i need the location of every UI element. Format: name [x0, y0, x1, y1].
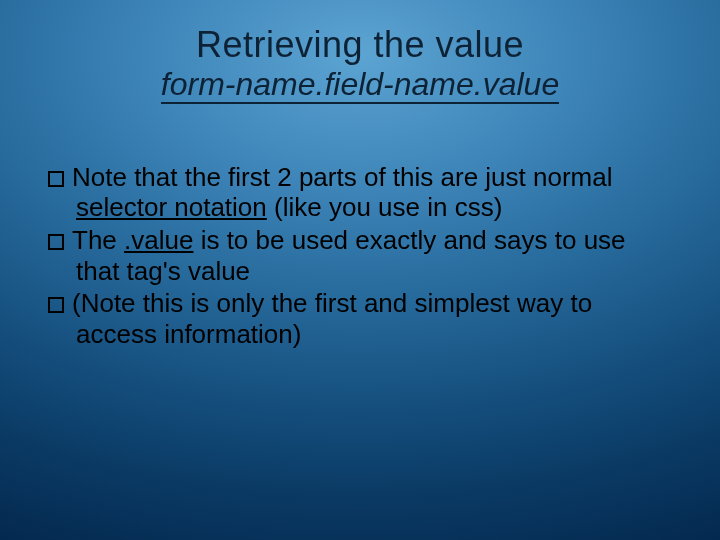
slide-body: Note that the first 2 parts of this are …: [40, 162, 680, 350]
bullet-text: Note that the first 2 parts of this are …: [72, 162, 612, 192]
bullet-text: The: [72, 225, 124, 255]
bullet-item: (Note this is only the first and simples…: [48, 288, 672, 349]
slide: Retrieving the value form-name.field-nam…: [0, 0, 720, 540]
bullet-underline: selector notation: [76, 192, 267, 222]
square-bullet-icon: [48, 234, 64, 250]
bullet-text: (like you use in css): [267, 192, 503, 222]
bullet-item: The .value is to be used exactly and say…: [48, 225, 672, 286]
square-bullet-icon: [48, 171, 64, 187]
bullet-underline: .value: [124, 225, 193, 255]
bullet-text: (Note this is only the first and simples…: [72, 288, 592, 349]
subtitle-wrap: form-name.field-name.value: [40, 68, 680, 104]
bullet-item: Note that the first 2 parts of this are …: [48, 162, 672, 223]
slide-subtitle: form-name.field-name.value: [161, 68, 559, 104]
square-bullet-icon: [48, 297, 64, 313]
slide-title: Retrieving the value: [40, 24, 680, 66]
